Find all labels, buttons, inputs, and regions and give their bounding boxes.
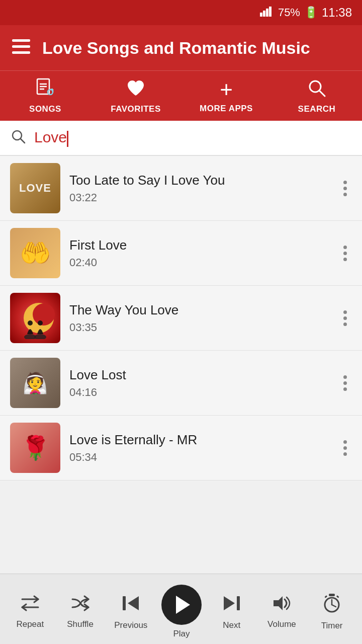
song-menu-button[interactable] (338, 305, 352, 331)
play-label: Play (173, 629, 190, 639)
song-menu-button[interactable] (338, 435, 352, 461)
tab-more-apps[interactable]: + MORE APPS (181, 71, 272, 121)
shuffle-icon (70, 594, 90, 615)
search-bar: Love (0, 121, 362, 156)
shuffle-button[interactable]: Shuffle (60, 591, 101, 632)
songs-icon (35, 78, 55, 101)
menu-dot (343, 446, 347, 450)
timer-button[interactable]: Timer (312, 590, 352, 634)
more-apps-icon: + (220, 78, 233, 101)
song-duration: 05:34 (69, 451, 329, 464)
song-info: The Way You Love 03:35 (69, 302, 329, 334)
tab-search-label: SEARCH (298, 104, 336, 114)
menu-dot (343, 252, 347, 255)
svg-point-23 (38, 320, 43, 326)
next-label: Next (223, 620, 240, 630)
menu-dot (343, 375, 347, 379)
tab-more-apps-label: MORE APPS (200, 104, 253, 114)
next-icon (222, 593, 242, 616)
app-bar: Love Songs and Romantic Music (0, 25, 362, 70)
signal-icon (260, 6, 274, 20)
timer-label: Timer (321, 621, 343, 631)
play-wrapper: Play (161, 585, 202, 639)
svg-line-17 (21, 139, 25, 143)
svg-rect-5 (12, 45, 30, 48)
repeat-button[interactable]: Repeat (10, 591, 50, 632)
svg-rect-33 (325, 595, 328, 598)
volume-button[interactable]: Volume (261, 591, 302, 632)
menu-dot (343, 381, 347, 385)
song-title: Love is Eternally - MR (69, 432, 329, 448)
repeat-label: Repeat (16, 619, 44, 629)
song-thumbnail (10, 293, 60, 343)
menu-dot (343, 387, 347, 391)
nav-tabs: SONGS FAVORITES + MORE APPS SEARCH (0, 70, 362, 121)
list-item[interactable]: 👰 Love Lost 04:16 (0, 351, 362, 416)
song-thumbnail: 🤲 (10, 228, 60, 278)
song-menu-button[interactable] (338, 176, 352, 201)
menu-dot (343, 187, 347, 190)
song-list: LOVE Too Late to Say I Love You 03:22 🤲 … (0, 156, 362, 480)
menu-dot (343, 440, 347, 444)
clock: 11:38 (322, 6, 352, 20)
app-title: Love Songs and Romantic Music (42, 38, 350, 58)
menu-dot (343, 323, 347, 326)
status-icons: 75% 🔋 11:38 (260, 6, 352, 20)
status-bar: 75% 🔋 11:38 (0, 0, 362, 25)
next-button[interactable]: Next (212, 590, 252, 633)
list-item[interactable]: 🌹 Love is Eternally - MR 05:34 (0, 416, 362, 480)
svg-line-13 (50, 89, 53, 90)
song-menu-button[interactable] (338, 370, 352, 396)
previous-label: Previous (114, 620, 147, 630)
song-info: First Love 02:40 (69, 237, 329, 269)
svg-point-22 (28, 320, 33, 326)
tab-search[interactable]: SEARCH (272, 71, 362, 121)
tab-songs-label: SONGS (29, 104, 61, 114)
menu-dot (343, 181, 347, 184)
svg-rect-1 (263, 11, 265, 17)
song-title: Love Lost (69, 367, 329, 383)
list-item[interactable]: LOVE Too Late to Say I Love You 03:22 (0, 156, 362, 221)
song-duration: 04:16 (69, 386, 329, 399)
song-thumbnail: 👰 (10, 358, 60, 408)
tab-favorites[interactable]: FAVORITES (90, 71, 181, 121)
tab-songs[interactable]: SONGS (0, 71, 90, 121)
menu-dot (343, 258, 347, 261)
battery-icon: 🔋 (304, 6, 318, 19)
list-item[interactable]: The Way You Love 03:35 (0, 286, 362, 351)
play-button[interactable] (161, 585, 202, 625)
song-thumbnail: 🌹 (10, 423, 60, 473)
search-icon (10, 128, 26, 148)
shuffle-label: Shuffle (67, 619, 94, 629)
svg-line-31 (332, 605, 336, 607)
svg-point-11 (48, 90, 53, 95)
menu-dot (343, 246, 347, 249)
svg-line-15 (319, 91, 325, 96)
volume-icon (272, 594, 292, 615)
search-input[interactable]: Love (34, 129, 352, 146)
svg-rect-27 (237, 596, 240, 610)
song-title: The Way You Love (69, 302, 329, 318)
song-duration: 02:40 (69, 256, 329, 269)
svg-rect-25 (123, 596, 126, 610)
player-bar: Repeat Shuffle Previous Play (0, 574, 362, 644)
svg-rect-6 (12, 51, 30, 54)
previous-button[interactable]: Previous (110, 590, 151, 633)
svg-marker-26 (224, 596, 235, 610)
svg-marker-28 (274, 596, 283, 610)
hamburger-menu-icon[interactable] (12, 39, 30, 57)
menu-dot (343, 310, 347, 314)
battery-percent: 75% (278, 6, 300, 19)
menu-dot (343, 452, 347, 456)
svg-rect-3 (269, 7, 272, 17)
song-duration: 03:35 (69, 321, 329, 334)
list-item[interactable]: 🤲 First Love 02:40 (0, 221, 362, 286)
svg-rect-0 (260, 13, 262, 17)
tab-favorites-label: FAVORITES (111, 104, 161, 114)
song-title: Too Late to Say I Love You (69, 173, 329, 188)
svg-rect-32 (329, 594, 335, 596)
song-thumbnail: LOVE (10, 163, 60, 213)
song-menu-button[interactable] (338, 240, 352, 266)
timer-icon (322, 593, 342, 617)
search-nav-icon (307, 78, 327, 101)
